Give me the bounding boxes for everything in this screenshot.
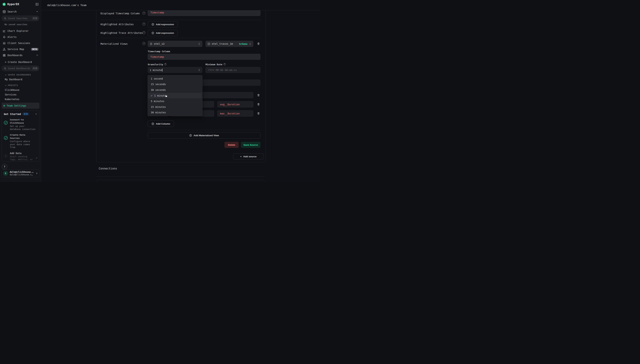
trash-icon[interactable]: [257, 42, 260, 45]
logo-row: HyperDX: [2, 0, 39, 8]
preset-link-kubernetes[interactable]: Kubernetes: [2, 97, 39, 102]
database-select[interactable]: otel_v2: [148, 41, 202, 47]
dropdown-option[interactable]: 1 second: [148, 76, 202, 82]
column-alias-input[interactable]: max__Duration: [217, 110, 253, 116]
saved-searches-input[interactable]: Saved Searches ⌘ K: [2, 16, 39, 21]
circle-plus-icon: [152, 122, 154, 125]
selector-icon: [198, 43, 200, 45]
text-caret: [162, 69, 162, 72]
preset-link-services[interactable]: Services: [2, 92, 39, 97]
circle-plus-icon: [152, 32, 154, 34]
chevron-up-icon[interactable]: [35, 113, 37, 115]
hyperdx-logo-icon: [2, 2, 6, 6]
dropdown-option-selected[interactable]: 1 minute: [148, 93, 202, 98]
dropdown-option[interactable]: 30 minutes: [148, 110, 202, 115]
chevron-up-icon: [36, 54, 38, 56]
sidebar-item-alerts[interactable]: Alerts: [2, 34, 39, 40]
step-desc: Start sending logs, metrics, or traces: [10, 155, 34, 162]
add-materialized-view-button[interactable]: Add Materialized View: [148, 132, 260, 138]
help-icon[interactable]: ?: [142, 31, 145, 34]
user-name: dale@clickhouse.…: [10, 170, 34, 174]
connections-heading: Connections: [99, 167, 117, 170]
section-presets[interactable]: PRESETS: [2, 83, 39, 88]
main-area: dale@clickhouse.com's Team Displayed Tim…: [41, 0, 320, 182]
get-started-card: Get Started 2/3 Connect to ClickHouse Se…: [2, 110, 39, 162]
trash-icon[interactable]: [257, 103, 260, 106]
trash-icon[interactable]: [257, 112, 260, 115]
get-started-step[interactable]: 3 Add Data Start sending logs, metrics, …: [4, 152, 37, 162]
sidebar-item-service-map[interactable]: Service Map BETA: [2, 46, 39, 52]
connections-panel: [96, 180, 264, 182]
sidebar-item-label: Alerts: [8, 36, 38, 38]
trash-icon[interactable]: [257, 94, 260, 97]
no-saved-searches-text: No saved searches: [5, 23, 39, 26]
help-icon[interactable]: ?: [142, 12, 145, 15]
get-started-title: Get Started: [4, 113, 21, 116]
dashboard-link-my-dashboard[interactable]: My Dashboard: [2, 77, 39, 82]
help-icon[interactable]: ?: [142, 22, 145, 26]
search-icon: [4, 67, 7, 70]
help-icon[interactable]: ?: [142, 42, 145, 45]
check-circle-icon: [4, 118, 8, 131]
save-source-button[interactable]: Save Source: [241, 142, 260, 148]
saved-searches-placeholder: Saved Searches: [8, 17, 31, 20]
add-expression-button[interactable]: Add expression: [148, 30, 178, 36]
content: Displayed Timestamp Column ? Timestamp H…: [41, 10, 320, 182]
collapse-sidebar-icon[interactable]: [36, 3, 39, 6]
help-fab-button[interactable]: ?: [2, 164, 7, 169]
avatar: D: [3, 171, 8, 176]
sidebar-item-dashboards[interactable]: Dashboards: [2, 52, 39, 58]
saved-dashboards-input[interactable]: Saved Dashboards ⌘ K: [2, 66, 39, 71]
preset-link-clickhouse[interactable]: ClickHouse: [2, 88, 39, 92]
get-started-step[interactable]: Connect to ClickHouse Set up your databa…: [4, 118, 37, 131]
section-label: PRESETS: [8, 84, 18, 86]
get-started-step[interactable]: Create Data Sources Configure where your…: [4, 133, 37, 149]
dropdown-option[interactable]: 15 seconds: [148, 82, 202, 87]
chevron-right-icon: [36, 172, 38, 174]
help-icon[interactable]: ?: [164, 63, 167, 66]
minimum-date-input[interactable]: YYYY-MM-DD HH:mm:ss: [206, 67, 260, 73]
sidebar-item-team-settings[interactable]: ⚙ Team Settings: [2, 102, 39, 109]
field-label: Materialized Views: [101, 42, 128, 45]
grid-icon: [3, 54, 6, 57]
displayed-timestamp-input[interactable]: Timestamp: [148, 10, 260, 16]
beta-badge: BETA: [31, 48, 38, 50]
granularity-select[interactable]: 1 minute: [148, 67, 202, 73]
saved-dashboards-placeholder: Saved Dashboards: [8, 67, 31, 70]
laptop-icon: [3, 42, 6, 45]
create-dashboard-button[interactable]: + Create Dashboard: [2, 59, 39, 65]
step-desc: Set up your database connection: [10, 125, 37, 131]
timestamp-column-input[interactable]: Timestamp: [148, 54, 260, 60]
step-desc: Configure where your data comes from: [10, 140, 37, 149]
chevron-down-icon: [5, 84, 7, 86]
add-expression-button[interactable]: Add expression: [148, 21, 178, 28]
add-column-button[interactable]: Add Column: [148, 120, 174, 127]
sidebar-item-chart-explorer[interactable]: Chart Explorer: [2, 28, 39, 34]
sidebar-item-search[interactable]: Search: [2, 8, 39, 15]
dropdown-option[interactable]: 15 minutes: [148, 104, 202, 110]
chevron-up-icon: [36, 10, 38, 13]
table-icon: [208, 42, 210, 45]
section-saved-dashboards[interactable]: SAVED DASHBOARDS: [2, 72, 39, 77]
create-dashboard-label: Create Dashboard: [8, 60, 32, 64]
user-menu[interactable]: D dale@clickhouse.… dale@clickhouse.c…: [2, 170, 40, 177]
search-icon: [4, 17, 7, 20]
step-title: Add Data: [10, 152, 34, 155]
dropdown-option[interactable]: 30 seconds: [148, 87, 202, 93]
sidebar-item-label: Client Sessions: [8, 42, 38, 44]
check-circle-icon: [4, 133, 8, 149]
column-alias-input[interactable]: avg__Duration: [217, 101, 253, 108]
sidebar-item-label: Chart Explorer: [8, 30, 38, 32]
progress-badge: 2/3: [22, 112, 29, 116]
dropdown-option[interactable]: 5 minutes: [148, 98, 202, 104]
sidebar-item-client-sessions[interactable]: Client Sessions: [2, 40, 39, 46]
divider: [148, 130, 260, 130]
schema-link[interactable]: Schema: [239, 42, 247, 45]
add-source-button[interactable]: + Add source: [233, 154, 264, 160]
help-icon[interactable]: ?: [223, 63, 226, 66]
step-title: Connect to ClickHouse: [10, 118, 37, 124]
table-select[interactable]: otel_traces_1m Schema: [206, 41, 253, 47]
plus-icon: +: [5, 60, 6, 64]
delete-button[interactable]: Delete: [225, 142, 239, 148]
field-label: Minimum Date?: [206, 63, 226, 66]
